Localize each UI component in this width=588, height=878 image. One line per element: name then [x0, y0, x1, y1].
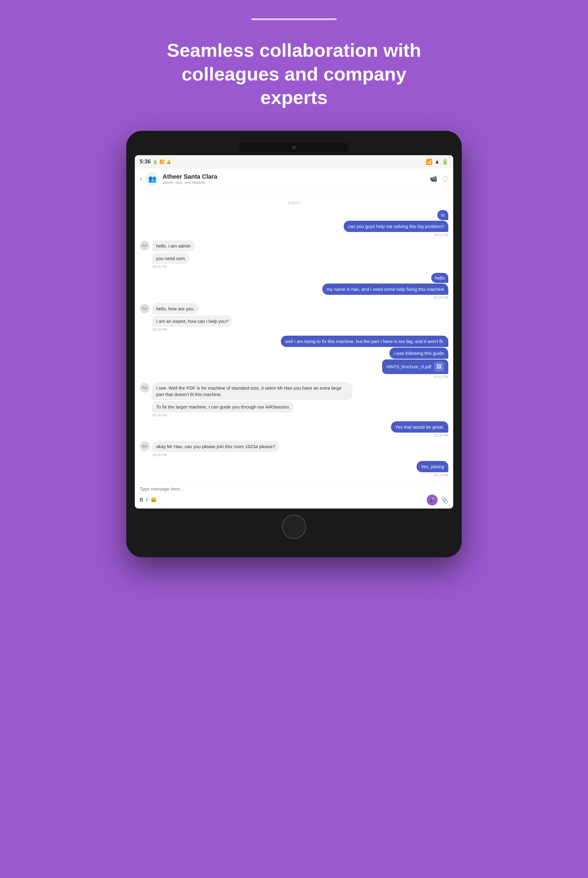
- message-row: well i am trying to fix this machine, bu…: [140, 336, 448, 347]
- battery-level: 🔋: [442, 159, 448, 165]
- message-content: Yes, joining 05:35 PM: [417, 461, 448, 477]
- status-bar: 5:36 🔋 📶 🔔 📶 ▲ 🔋: [135, 155, 453, 169]
- date-divider: TODAY: [140, 197, 448, 205]
- emoji-button[interactable]: 😀: [151, 497, 157, 503]
- message-content: i was following this guide: [390, 348, 448, 359]
- status-time: 5:36 🔋 📶 🔔: [140, 159, 171, 165]
- message-content: okay Mr Hao, can you please join this ro…: [152, 441, 279, 452]
- attach-button[interactable]: 📎: [441, 496, 448, 503]
- headline: Seamless collaboration with colleagues a…: [157, 38, 431, 109]
- message-row: hi: [140, 210, 448, 220]
- message-content: hello: [431, 273, 448, 283]
- message-time: 05:35 PM: [391, 433, 448, 437]
- message-time: 05:35 PM: [140, 414, 448, 417]
- message-content: hi: [437, 210, 448, 220]
- wifi-icon: 📶: [426, 159, 432, 165]
- chat-body: TODAY hi can you guys help me solving th…: [135, 190, 453, 482]
- sender-avatar: AA: [140, 304, 150, 313]
- message-content: well i am trying to fix this machine, bu…: [281, 336, 448, 347]
- chat-header: ‹ 👥 Atheer Santa Clara admin, hao, and M…: [135, 169, 453, 190]
- message-bubble: Yes that would be great.: [391, 421, 448, 433]
- message-content: my name is hao, and i need some help fix…: [322, 283, 448, 300]
- top-decoration: [251, 18, 337, 20]
- message-bubble: my name is hao, and i need some help fix…: [322, 283, 448, 295]
- group-icon: 👥: [148, 175, 156, 183]
- message-time: 05:26 PM: [140, 265, 448, 268]
- battery-icon: 🔋: [153, 159, 158, 164]
- message-bubble: well i am trying to fix this machine, bu…: [281, 336, 448, 347]
- ring-icon: 🔔: [166, 159, 171, 164]
- message-row: AA okay Mr Hao, can you please join this…: [140, 441, 448, 452]
- chat-info: Atheer Santa Clara admin, hao, and Maddi…: [162, 173, 426, 185]
- message-bubble: Yes, joining: [417, 461, 448, 472]
- message-input[interactable]: [140, 485, 448, 494]
- message-time: 05:35 PM: [140, 453, 448, 457]
- message-row: Yes, joining 05:35 PM: [140, 461, 448, 477]
- input-toolbar: B / 😀 🎤 📎: [140, 494, 448, 505]
- message-bubble: you need som: [152, 253, 189, 264]
- message-time: 04:31 PM: [344, 233, 448, 237]
- message-time: 05:29 PM: [140, 328, 448, 331]
- message-bubble: I am an expert, how can i help you?: [152, 316, 233, 327]
- back-button[interactable]: ‹: [140, 175, 142, 183]
- message-bubble: okay Mr Hao, can you please join this ro…: [152, 441, 279, 452]
- chat-avatar: 👥: [146, 172, 159, 186]
- sim-icon: 📶: [159, 159, 164, 164]
- camera-dot: [292, 145, 296, 150]
- message-bubble: can you guys help me solving this big pr…: [344, 221, 448, 232]
- message-bubble: hello, how are you.: [152, 303, 199, 314]
- message-row: can you guys help me solving this big pr…: [140, 221, 448, 237]
- toolbar-left: B / 😀: [140, 497, 157, 503]
- attachment-bubble[interactable]: HINTS_brochure_i3.pdf 🖼: [382, 360, 448, 374]
- italic-button[interactable]: /: [146, 497, 148, 503]
- header-actions: 📹 ⓘ: [430, 175, 448, 183]
- tablet-screen: 5:36 🔋 📶 🔔 📶 ▲ 🔋 ‹ 👥 Atheer Santa Clara …: [135, 155, 453, 508]
- pdf-filename: HINTS_brochure_i3.pdf: [386, 364, 431, 369]
- video-call-icon[interactable]: 📹: [430, 175, 437, 183]
- message-bubble: I see. Well the PDF is for machine of st…: [152, 382, 352, 400]
- signal-bars: ▲: [434, 159, 440, 165]
- sender-avatar: AA: [140, 383, 150, 393]
- chat-input-area: B / 😀 🎤 📎: [135, 482, 453, 508]
- info-icon[interactable]: ⓘ: [442, 175, 448, 183]
- camera-bar: [239, 143, 349, 152]
- message-row: HINTS_brochure_i3.pdf 🖼 05:31 PM: [140, 360, 448, 379]
- message-content: Yes that would be great. 05:35 PM: [391, 421, 448, 437]
- sender-avatar: AA: [140, 442, 150, 451]
- chat-name: Atheer Santa Clara: [162, 173, 426, 180]
- chat-members: admin, hao, and Maddie: [162, 180, 426, 185]
- message-content: I see. Well the PDF is for machine of st…: [152, 382, 352, 412]
- message-bubble: hello, i am admin: [152, 240, 195, 252]
- message-row: AA I see. Well the PDF is for machine of…: [140, 382, 448, 412]
- voice-button[interactable]: 🎤: [427, 494, 438, 505]
- sender-avatar: AA: [140, 241, 150, 250]
- message-row: AA hello, i am admin you need som: [140, 240, 448, 264]
- message-bubble: To fix the larger machine, I can guide y…: [152, 401, 294, 412]
- tablet-device: 5:36 🔋 📶 🔔 📶 ▲ 🔋 ‹ 👥 Atheer Santa Clara …: [126, 131, 462, 557]
- message-bubble: hello: [431, 273, 448, 283]
- message-time: 05:31 PM: [382, 375, 448, 379]
- message-bubble: i was following this guide: [390, 348, 448, 359]
- message-bubble: hi: [437, 210, 448, 220]
- bold-button[interactable]: B: [140, 497, 143, 503]
- message-row: i was following this guide: [140, 348, 448, 359]
- message-content: HINTS_brochure_i3.pdf 🖼 05:31 PM: [382, 360, 448, 379]
- home-button[interactable]: [282, 515, 306, 539]
- attachment-icon: 🖼: [434, 362, 444, 372]
- message-content: hello, how are you. I am an expert, how …: [152, 303, 233, 327]
- message-row: hello: [140, 273, 448, 283]
- status-icons: 📶 ▲ 🔋: [426, 159, 448, 165]
- toolbar-right: 🎤 📎: [427, 494, 448, 505]
- message-time: 05:35 PM: [417, 473, 448, 477]
- message-row: my name is hao, and i need some help fix…: [140, 283, 448, 300]
- message-row: Yes that would be great. 05:35 PM: [140, 421, 448, 437]
- message-row: AA hello, how are you. I am an expert, h…: [140, 303, 448, 327]
- message-time: 05:28 PM: [322, 296, 448, 300]
- message-content: hello, i am admin you need som: [152, 240, 195, 264]
- message-content: can you guys help me solving this big pr…: [344, 221, 448, 237]
